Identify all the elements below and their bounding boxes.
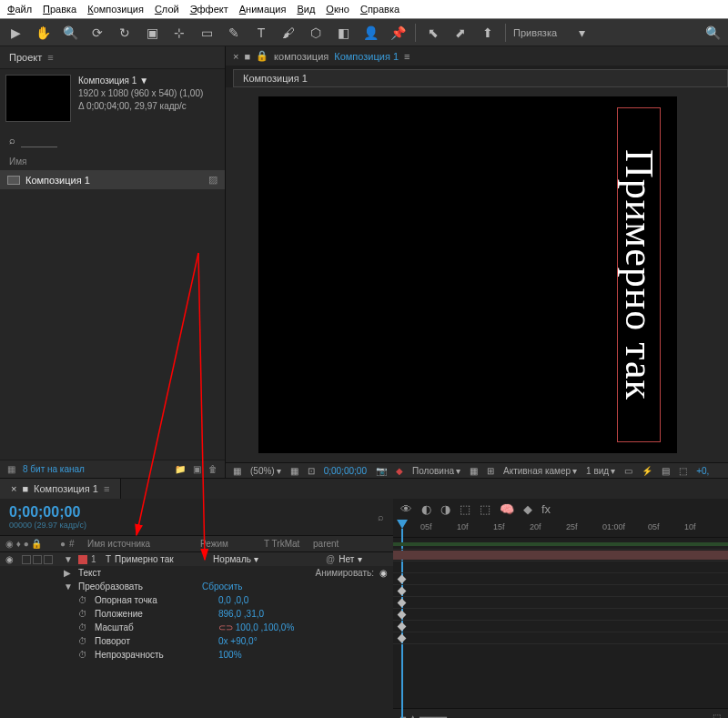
annotation-overlay bbox=[0, 0, 728, 718]
svg-line-0 bbox=[136, 253, 198, 535]
svg-line-1 bbox=[198, 253, 205, 560]
